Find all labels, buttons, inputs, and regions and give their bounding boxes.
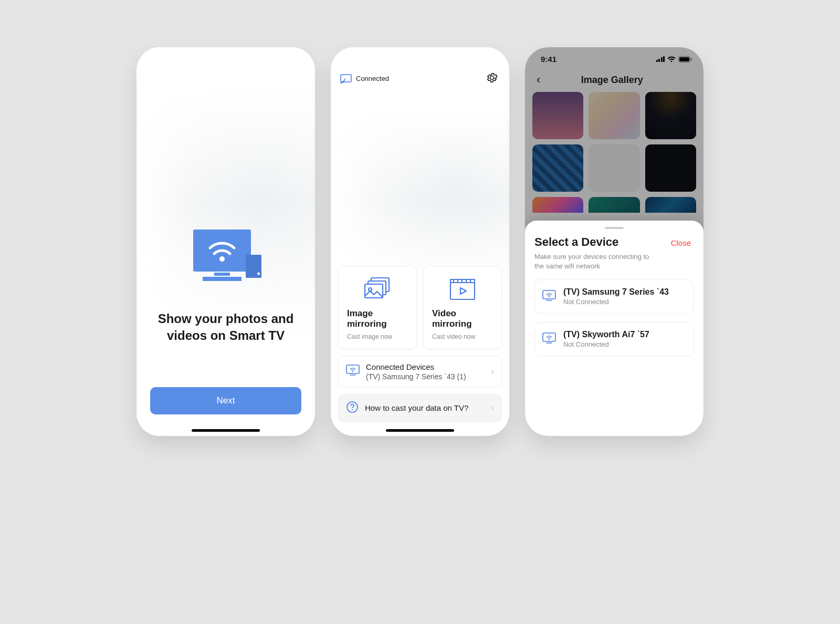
image-mirroring-card[interactable]: Image mirroring Cast image now [338, 266, 417, 349]
wifi-icon [667, 56, 676, 63]
svg-rect-16 [365, 284, 383, 298]
gallery-thumb[interactable] [589, 144, 639, 192]
svg-point-29 [549, 339, 550, 340]
cast-icon [340, 74, 352, 84]
image-gallery-grid [525, 87, 704, 218]
gallery-thumb[interactable] [645, 144, 696, 192]
device-name: (TV) Skyworth Ai7 `57 [563, 330, 649, 339]
svg-point-22 [352, 409, 353, 410]
list-subtitle: (TV) Samsung 7 Series `43 (1) [366, 372, 485, 381]
gallery-thumb[interactable] [645, 197, 696, 213]
chevron-right-icon: › [491, 366, 494, 377]
tv-icon [542, 332, 556, 346]
svg-rect-26 [543, 290, 555, 299]
gallery-thumb[interactable] [532, 197, 583, 213]
connected-devices-row[interactable]: Connected Devices (TV) Samsung 7 Series … [338, 356, 502, 388]
help-icon [346, 401, 359, 415]
gallery-thumb[interactable] [645, 92, 696, 139]
phone-home: 9:41 Connected [331, 47, 509, 436]
tv-wifi-icon [184, 224, 268, 295]
gallery-thumb[interactable] [589, 197, 639, 213]
svg-rect-12 [341, 75, 351, 82]
gallery-thumb[interactable] [589, 92, 639, 139]
connected-label: Connected [356, 75, 389, 82]
svg-rect-4 [214, 273, 230, 276]
sheet-grabber[interactable] [605, 227, 624, 229]
svg-rect-5 [203, 277, 242, 281]
home-indicator [386, 429, 454, 432]
device-status: Not Connected [563, 340, 649, 348]
svg-point-7 [257, 273, 260, 275]
sheet-hint: Make sure your devices connecting to the… [534, 252, 650, 271]
svg-point-20 [352, 371, 353, 372]
close-button[interactable]: Close [668, 238, 694, 248]
list-title: How to cast your data on TV? [365, 403, 485, 412]
svg-rect-24 [679, 57, 689, 61]
home-indicator [192, 429, 260, 432]
status-bar: 9:41 [525, 47, 704, 67]
device-select-sheet: Select a Device Close Make sure your dev… [525, 221, 704, 436]
status-time: 9:41 [541, 55, 556, 64]
back-button[interactable]: ‹ [534, 73, 542, 87]
device-status: Not Connected [563, 298, 669, 306]
chevron-right-icon: › [491, 402, 494, 413]
settings-button[interactable] [484, 70, 500, 87]
video-mirroring-card[interactable]: Video mirroring Cast video now [423, 266, 502, 349]
card-title: Video mirroring [432, 308, 493, 330]
onboarding-title: Show your photos and videos on Smart TV [150, 310, 301, 345]
device-name: (TV) Samsung 7 Series `43 [563, 287, 669, 297]
svg-point-8 [219, 256, 225, 262]
svg-rect-18 [450, 283, 475, 299]
video-icon [432, 276, 493, 302]
howto-row[interactable]: How to cast your data on TV? › [338, 394, 502, 422]
phone-gallery: 9:41 ‹ Image Gallery [525, 47, 704, 436]
page-title: Image Gallery [542, 75, 681, 86]
signal-icon [656, 56, 665, 62]
images-icon [347, 276, 408, 302]
svg-rect-28 [543, 333, 555, 341]
sheet-title: Select a Device [534, 235, 618, 249]
card-title: Image mirroring [347, 308, 408, 330]
phone-onboarding: 9:41 [136, 47, 315, 436]
gallery-thumb[interactable] [532, 144, 583, 192]
next-button[interactable]: Next [150, 387, 301, 414]
device-row[interactable]: (TV) Samsung 7 Series `43 Not Connected [534, 279, 694, 314]
gear-icon [486, 77, 498, 85]
device-row[interactable]: (TV) Skyworth Ai7 `57 Not Connected [534, 322, 694, 356]
card-subtitle: Cast video now [432, 333, 493, 340]
svg-point-13 [341, 81, 342, 83]
card-subtitle: Cast image now [347, 333, 408, 340]
svg-rect-25 [691, 58, 692, 60]
tv-icon [346, 365, 360, 378]
chevron-left-icon: ‹ [537, 73, 540, 86]
svg-point-27 [549, 296, 550, 297]
list-title: Connected Devices [366, 362, 485, 371]
tv-icon [542, 290, 556, 304]
gallery-thumb[interactable] [532, 92, 583, 139]
svg-rect-19 [346, 365, 359, 373]
battery-icon [678, 56, 692, 63]
